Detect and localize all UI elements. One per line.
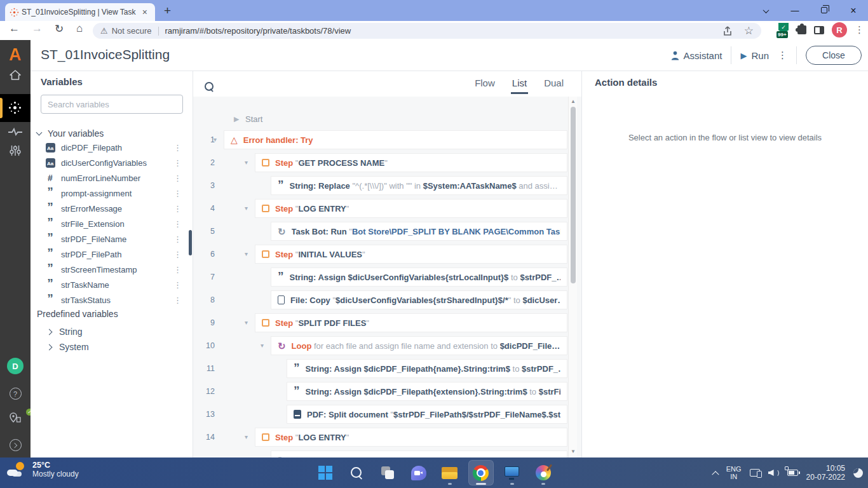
taskbar-remote-desktop-button[interactable] xyxy=(499,460,525,485)
automation-anywhere-logo[interactable]: A xyxy=(0,45,31,65)
home-icon[interactable]: ⌂ xyxy=(76,22,83,35)
variable-kebab-icon[interactable]: ⋮ xyxy=(173,265,182,274)
collapse-chevron-icon[interactable]: ▾ xyxy=(245,313,248,332)
variable-kebab-icon[interactable]: ⋮ xyxy=(173,143,182,152)
close-button[interactable]: Close xyxy=(806,46,862,65)
bookmark-star-icon[interactable]: ☆ xyxy=(744,24,754,37)
action-card[interactable]: ”String: Replace "^(.*[\\\/])" with "" i… xyxy=(271,176,567,195)
side-panel-icon[interactable] xyxy=(814,26,824,34)
variable-row[interactable]: #numErrorLineNumber⋮ xyxy=(31,170,193,186)
list-row[interactable]: 2▾Step "GET PROCESS NAME" xyxy=(193,153,581,172)
variable-row[interactable]: AadicPDF_Filepath⋮ xyxy=(31,140,193,155)
action-card[interactable]: Step "LOG ENTRY" xyxy=(255,199,567,218)
variable-kebab-icon[interactable]: ⋮ xyxy=(173,173,182,183)
minimize-icon[interactable]: — xyxy=(780,6,810,15)
scroll-up-icon[interactable]: ▲ xyxy=(569,98,578,104)
variable-kebab-icon[interactable]: ⋮ xyxy=(173,204,182,214)
search-variables-input[interactable] xyxy=(41,95,183,114)
action-card[interactable]: ↻Task Bot: Run "Bot Store\PDF_SPLIT BY B… xyxy=(271,222,567,241)
scroll-down-icon[interactable]: ▼ xyxy=(569,449,578,454)
tab-flow[interactable]: Flow xyxy=(475,78,495,94)
action-card[interactable]: Step "INITIAL VALUES" xyxy=(255,245,567,264)
action-card[interactable]: Step "SPLIT PDF FILES" xyxy=(255,313,567,332)
clock[interactable]: 10:05 20-07-2022 xyxy=(806,464,845,482)
browser-tab[interactable]: ST_01InvoiceSplitting | View Task × xyxy=(5,3,155,21)
not-secure-warning-icon[interactable]: ⚠ xyxy=(100,26,108,36)
tab-search-icon[interactable] xyxy=(751,6,780,15)
list-row[interactable]: 1▾△Error handler: Try xyxy=(193,130,581,149)
variables-scrollbar-thumb[interactable] xyxy=(189,230,192,255)
variable-kebab-icon[interactable]: ⋮ xyxy=(173,189,182,198)
taskbar-chrome-button[interactable] xyxy=(468,460,494,485)
manage-sliders-icon[interactable] xyxy=(0,145,31,156)
taskbar-file-explorer-button[interactable] xyxy=(437,460,463,485)
action-card[interactable]: PDF: Split document "$strPDF_FilePath$/$… xyxy=(287,405,567,424)
list-row[interactable]: 9▾Step "SPLIT PDF FILES" xyxy=(193,313,581,332)
close-window-icon[interactable]: × xyxy=(839,5,868,17)
volume-icon[interactable] xyxy=(768,468,779,477)
variable-row[interactable]: AadicUserConfigVariables⋮ xyxy=(31,155,193,170)
address-bar[interactable]: ⚠ Not secure ramjiram/#/bots/repository/… xyxy=(93,23,761,39)
collapse-chevron-icon[interactable]: ▾ xyxy=(245,199,248,218)
variable-kebab-icon[interactable]: ⋮ xyxy=(173,158,182,168)
back-icon[interactable]: ← xyxy=(9,22,20,35)
adblock-extension-icon[interactable]: ✓ 99+ xyxy=(777,22,790,37)
action-card[interactable]: ↻Task Bot: Run "Bot Store\PDF_SPLIT BY B… xyxy=(271,451,567,458)
tab-list[interactable]: List xyxy=(512,78,527,94)
collapse-chevron-icon[interactable]: ▾ xyxy=(245,428,248,447)
action-card[interactable]: ”String: Assign $dicUserConfigVariables{… xyxy=(271,268,567,287)
help-icon[interactable]: ? xyxy=(0,388,31,400)
action-card[interactable]: Step "GET PROCESS NAME" xyxy=(255,153,567,172)
forward-icon[interactable]: → xyxy=(32,22,43,35)
restore-icon[interactable] xyxy=(810,6,839,15)
taskbar-chat-button[interactable] xyxy=(406,460,431,485)
taskbar-task-view-button[interactable] xyxy=(375,460,400,485)
list-scrollbar-thumb[interactable] xyxy=(571,107,576,283)
collapse-chevron-icon[interactable]: ▾ xyxy=(245,245,248,264)
home-nav-icon[interactable] xyxy=(0,69,31,81)
action-card[interactable]: ↻Loop for each file and assign file name… xyxy=(271,336,567,355)
variable-kebab-icon[interactable]: ⋮ xyxy=(173,250,182,259)
browser-profile-avatar[interactable]: R xyxy=(832,22,847,37)
predefined-group-system[interactable]: System xyxy=(47,339,89,355)
new-tab-icon[interactable]: + xyxy=(164,4,171,18)
refresh-icon[interactable]: ↻ xyxy=(55,22,64,36)
tab-dual[interactable]: Dual xyxy=(544,78,564,94)
url-text[interactable]: ramjiram/#/bots/repository/private/taskb… xyxy=(165,26,711,36)
variable-row[interactable]: ”strTaskStatus⋮ xyxy=(31,292,193,308)
list-scrollbar[interactable]: ▲ ▼ xyxy=(568,97,577,458)
automation-nav-active[interactable] xyxy=(0,94,31,122)
variable-kebab-icon[interactable]: ⋮ xyxy=(173,234,182,244)
expand-rail-icon[interactable] xyxy=(0,439,31,451)
variable-row[interactable]: ”strTaskName⋮ xyxy=(31,277,193,292)
list-row[interactable]: 12”String: Assign $dicPDF_Filepath{exten… xyxy=(193,382,581,401)
variable-kebab-icon[interactable]: ⋮ xyxy=(173,219,182,229)
search-actions-icon[interactable] xyxy=(205,82,215,92)
list-row[interactable]: 4▾Step "LOG ENTRY" xyxy=(193,199,581,218)
list-row[interactable]: ↻Task Bot: Run "Bot Store\PDF_SPLIT BY B… xyxy=(193,451,581,458)
action-card[interactable]: △Error handler: Try xyxy=(224,130,567,149)
language-indicator[interactable]: ENG IN xyxy=(726,465,742,480)
list-row[interactable]: 8File: Copy "$dicUserConfigVariables{str… xyxy=(193,290,581,309)
variable-row[interactable]: ”strPDF_FileName⋮ xyxy=(31,231,193,247)
browser-menu-icon[interactable]: ⋮ xyxy=(855,24,864,36)
assistant-button[interactable]: Assistant xyxy=(671,50,722,61)
variable-row[interactable]: ”strFile_Extension⋮ xyxy=(31,216,193,231)
action-card[interactable]: Step "LOG ENTRY" xyxy=(255,428,567,447)
list-row[interactable]: 14▾Step "LOG ENTRY" xyxy=(193,428,581,447)
list-row[interactable]: 6▾Step "INITIAL VALUES" xyxy=(193,245,581,264)
tab-close-icon[interactable]: × xyxy=(140,7,150,17)
activity-pulse-icon[interactable] xyxy=(0,127,31,136)
list-row[interactable]: 3”String: Replace "^(.*[\\\/])" with "" … xyxy=(193,176,581,195)
variable-row[interactable]: ”prompt-assignment⋮ xyxy=(31,186,193,201)
variable-kebab-icon[interactable]: ⋮ xyxy=(173,295,182,305)
action-card[interactable]: ”String: Assign $dicPDF_Filepath{extensi… xyxy=(287,382,567,401)
list-row[interactable]: 5↻Task Bot: Run "Bot Store\PDF_SPLIT BY … xyxy=(193,222,581,241)
hidden-icons-chevron-icon[interactable] xyxy=(712,471,719,478)
taskbar-search-button[interactable] xyxy=(344,460,369,485)
list-row[interactable]: 11”String: Assign $dicPDF_Filepath{name}… xyxy=(193,359,581,378)
collapse-chevron-icon[interactable]: ▾ xyxy=(245,153,248,172)
taskbar-start-button[interactable] xyxy=(313,460,338,485)
predefined-group-string[interactable]: String xyxy=(47,324,83,339)
your-variables-toggle[interactable]: Your variables xyxy=(37,127,104,140)
